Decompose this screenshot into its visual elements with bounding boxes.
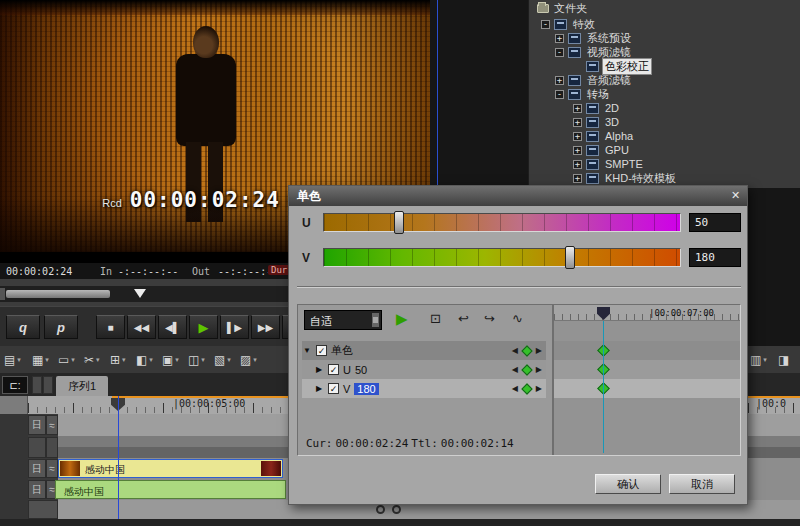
toolbar-tool[interactable]: ◫▾ [188,350,205,370]
u-slider[interactable] [323,213,681,232]
param-row-u[interactable]: ▶ ✓ U 50 ◀ ▶ [302,360,546,379]
keyframe-row[interactable] [554,341,740,360]
u-slider-handle[interactable] [394,211,404,234]
waveform-toggle-icon[interactable]: ≈ [46,415,58,435]
toolbar-tool[interactable]: ▧▾ [214,350,231,370]
param-row-mono[interactable]: ▼ ✓ 单色 ◀ ▶ [302,341,546,360]
track-header-cell[interactable] [46,437,58,458]
tree-item-alpha[interactable]: + Alpha [529,129,800,143]
next-keyframe-icon[interactable]: ▶ [536,384,542,393]
collapse-icon[interactable]: - [555,48,564,57]
v-slider[interactable] [323,248,681,267]
dialog-play-button[interactable]: ▶ [396,310,408,328]
toolbar-tool[interactable]: ✂▾ [84,350,100,370]
expand-icon[interactable]: + [573,118,582,127]
checkbox[interactable]: ✓ [316,345,327,356]
set-in-button[interactable]: q [6,315,40,339]
fast-forward-button[interactable]: ▶▶ [251,315,280,339]
tree-item-audio-filters[interactable]: + 音频滤镜 [529,73,800,87]
video-clip[interactable]: 感动中国 [58,459,283,478]
tree-item-system-presets[interactable]: + 系统预设 [529,31,800,45]
prev-keyframe-icon[interactable]: ◀ [512,346,518,355]
checkbox[interactable]: ✓ [328,364,339,375]
expand-icon[interactable]: + [573,146,582,155]
keyframe-timeline[interactable]: |00:00:07:00 [552,305,740,455]
dialog-titlebar[interactable]: 单色 ✕ [289,186,747,206]
sequence-corner-icon[interactable]: ⊏: [2,376,28,394]
play-button[interactable]: ▶ [189,315,218,339]
expand-icon[interactable]: + [573,132,582,141]
preset-dropdown[interactable]: 自适 [304,310,382,330]
confirm-button[interactable]: 确认 [595,474,661,494]
tree-item-khd-template[interactable]: + KHD-特效模板 [529,171,800,185]
toolbar-tool[interactable]: ▥▾ [750,350,767,370]
next-keyframe-icon[interactable]: ▶ [536,365,542,374]
param-row-v[interactable]: ▶ ✓ V 180 ◀ ▶ [302,379,546,398]
seek-scroll-handle[interactable] [6,290,110,298]
toolbar-tool[interactable]: ◧▾ [136,350,153,370]
timeline-playhead-line[interactable] [118,396,119,519]
next-frame-button[interactable]: ▌▶ [220,315,249,339]
u-value-box[interactable]: 50 [689,213,741,232]
tab-scroll-left[interactable] [32,376,42,394]
knob-icon[interactable] [376,505,385,514]
toolbar-tool[interactable]: ▨▾ [240,350,257,370]
redo-icon[interactable]: ↪ [484,311,495,326]
close-icon[interactable]: ✕ [728,188,743,203]
expand-icon[interactable]: ▶ [314,384,324,393]
expand-icon[interactable]: + [573,174,582,183]
knob-icon[interactable] [392,505,401,514]
tree-item-effects[interactable]: - 特效 [529,17,800,31]
keyframe-ruler[interactable]: |00:00:07:00 [554,305,740,321]
keyframe-row[interactable] [554,379,740,398]
expand-icon[interactable]: ▶ [314,365,324,374]
audio-clip[interactable]: 感动中国 [55,480,286,499]
track-header-cell[interactable] [28,500,58,519]
expand-icon[interactable]: + [555,34,564,43]
track-toggle-icon[interactable]: 日 [28,415,46,435]
curve-icon[interactable]: ∿ [512,311,523,326]
cancel-button[interactable]: 取消 [669,474,735,494]
seek-playhead[interactable] [134,289,146,298]
collapse-icon[interactable]: ▼ [302,346,312,355]
prev-keyframe-icon[interactable]: ◀ [512,384,518,393]
track-toggle-icon[interactable]: 日 [28,480,46,499]
prev-frame-button[interactable]: ◀▌ [158,315,187,339]
checkbox[interactable]: ✓ [328,383,339,394]
rewind-button[interactable]: ◀◀ [127,315,156,339]
track-header-cell[interactable] [28,437,46,458]
toolbar-tool[interactable]: ⊞▾ [110,350,126,370]
expand-icon[interactable]: + [573,160,582,169]
expand-icon[interactable]: + [573,104,582,113]
expand-icon[interactable]: + [555,76,564,85]
toolbar-tool[interactable]: ▤▾ [4,350,21,370]
add-keyframe-icon[interactable] [521,345,532,356]
next-keyframe-icon[interactable]: ▶ [536,346,542,355]
tree-item-gpu[interactable]: + GPU [529,143,800,157]
prev-keyframe-icon[interactable]: ◀ [512,365,518,374]
toolbar-tool[interactable]: ▦▾ [32,350,49,370]
collapse-icon[interactable]: - [555,90,564,99]
toolbar-tool[interactable]: ▭▾ [58,350,75,370]
v-slider-handle[interactable] [565,246,575,269]
tab-scroll-right[interactable] [43,376,53,394]
tree-item-2d[interactable]: + 2D [529,101,800,115]
tree-item-video-filters[interactable]: - 视频滤镜 [529,45,800,59]
add-keyframe-icon[interactable] [521,383,532,394]
monitor-icon[interactable]: ⊡ [430,311,441,326]
tree-item-smpte[interactable]: + SMPTE [529,157,800,171]
toolbar-tool[interactable]: ▣▾ [162,350,179,370]
param-value-selected[interactable]: 180 [354,383,378,395]
set-out-button[interactable]: p [44,315,78,339]
tree-item-transitions[interactable]: - 转场 [529,87,800,101]
track-toggle-icon[interactable]: 日 [28,459,46,478]
add-keyframe-icon[interactable] [521,364,532,375]
param-value[interactable]: 50 [355,364,367,376]
keyframe-row[interactable] [554,360,740,379]
waveform-toggle-icon[interactable]: ≈ [46,459,58,478]
tree-item-3d[interactable]: + 3D [529,115,800,129]
combo-scrollbar[interactable] [372,313,379,327]
sequence-tab[interactable]: 序列1 [56,376,108,396]
tree-item-color-correction[interactable]: 色彩校正 [529,59,800,73]
undo-icon[interactable]: ↩ [458,311,469,326]
